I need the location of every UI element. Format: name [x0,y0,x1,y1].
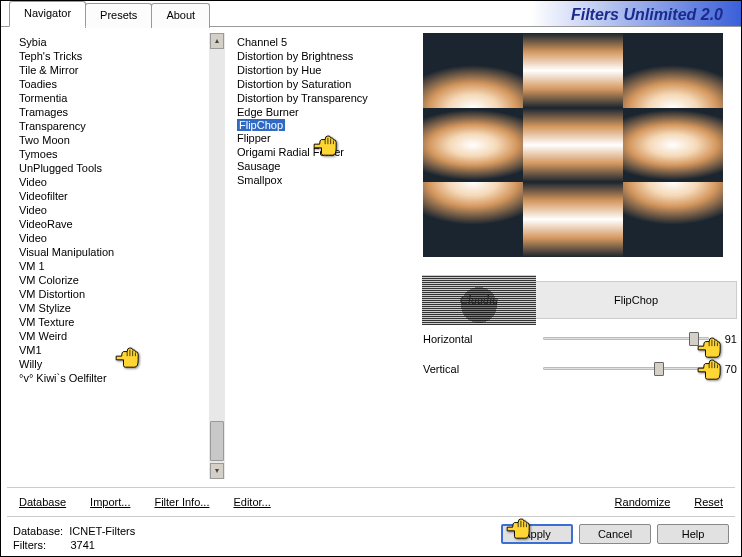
scroll-down-icon[interactable]: ▾ [210,463,224,479]
list-item[interactable]: VM Distortion [19,287,221,301]
list-item[interactable]: Edge Burner [237,105,413,119]
list-item[interactable]: Origami Radial Folder [237,145,413,159]
list-item[interactable]: Two Moon [19,133,221,147]
list-item[interactable]: Distortion by Hue [237,63,413,77]
list-item[interactable]: Distortion by Saturation [237,77,413,91]
list-item[interactable]: Video [19,175,221,189]
scroll-up-icon[interactable]: ▴ [210,33,224,49]
slider-thumb[interactable] [689,332,699,346]
list-item[interactable]: Sybia [19,35,221,49]
list-item[interactable]: VM 1 [19,259,221,273]
database-button[interactable]: Database [19,496,66,508]
list-item[interactable]: Tramages [19,105,221,119]
slider-value: 91 [709,333,737,345]
list-item[interactable]: Video [19,231,221,245]
list-item[interactable]: VM Stylize [19,301,221,315]
list-item[interactable]: Tile & Mirror [19,63,221,77]
list-item[interactable]: Smallpox [237,173,413,187]
editor-button[interactable]: Editor... [233,496,270,508]
list-item[interactable]: VM1 [19,343,221,357]
list-item[interactable]: UnPlugged Tools [19,161,221,175]
randomize-button[interactable]: Randomize [615,496,671,508]
list-item[interactable]: Toadies [19,77,221,91]
list-item[interactable]: FlipChop [237,119,285,131]
watermark-logo: Claudia [422,275,536,325]
scroll-thumb[interactable] [210,421,224,461]
slider-thumb[interactable] [654,362,664,376]
list-item[interactable]: Flipper [237,131,413,145]
footer-info: Database: ICNET-Filters Filters: 3741 [13,524,501,552]
app-title: Filters Unlimited 2.0 [531,1,741,26]
slider-label: Vertical [423,363,543,375]
preview-image [423,33,723,257]
list-item[interactable]: Sausage [237,159,413,173]
list-item[interactable]: Distortion by Brightness [237,49,413,63]
list-item[interactable]: Tormentia [19,91,221,105]
list-item[interactable]: VideoRave [19,217,221,231]
list-item[interactable]: Videofilter [19,189,221,203]
help-button[interactable]: Help [657,524,729,544]
slider-track[interactable] [543,329,709,349]
list-item[interactable]: Transparency [19,119,221,133]
list-item[interactable]: Willy [19,357,221,371]
filter-title-bar: Claudia FlipChop [423,281,737,319]
tab-navigator[interactable]: Navigator [9,1,86,27]
list-item[interactable]: VM Texture [19,315,221,329]
tabs: NavigatorPresetsAbout [9,1,209,26]
filter-name-label: FlipChop [536,294,736,306]
slider-track[interactable] [543,359,709,379]
list-item[interactable]: Distortion by Transparency [237,91,413,105]
slider-label: Horizontal [423,333,543,345]
apply-button[interactable]: Apply [501,524,573,544]
list-item[interactable]: Visual Manipulation [19,245,221,259]
scrollbar[interactable]: ▴ ▾ [209,33,225,479]
slider-value: 70 [709,363,737,375]
tab-about[interactable]: About [151,3,210,28]
reset-button[interactable]: Reset [694,496,723,508]
list-item[interactable]: VM Colorize [19,273,221,287]
cancel-button[interactable]: Cancel [579,524,651,544]
import-button[interactable]: Import... [90,496,130,508]
tab-presets[interactable]: Presets [85,3,152,28]
toolbar: Database Import... Filter Info... Editor… [7,487,735,517]
filter-info-button[interactable]: Filter Info... [154,496,209,508]
list-item[interactable]: VM Weird [19,329,221,343]
list-item[interactable]: Video [19,203,221,217]
list-item[interactable]: Tymoes [19,147,221,161]
slider-vertical: Vertical70 [423,359,737,379]
list-item[interactable]: °v° Kiwi`s Oelfilter [19,371,221,385]
category-list[interactable]: SybiaTeph's TricksTile & MirrorToadiesTo… [5,33,225,479]
filter-list[interactable]: Channel 5Distortion by BrightnessDistort… [229,33,415,487]
list-item[interactable]: Channel 5 [237,35,413,49]
slider-horizontal: Horizontal91 [423,329,737,349]
list-item[interactable]: Teph's Tricks [19,49,221,63]
